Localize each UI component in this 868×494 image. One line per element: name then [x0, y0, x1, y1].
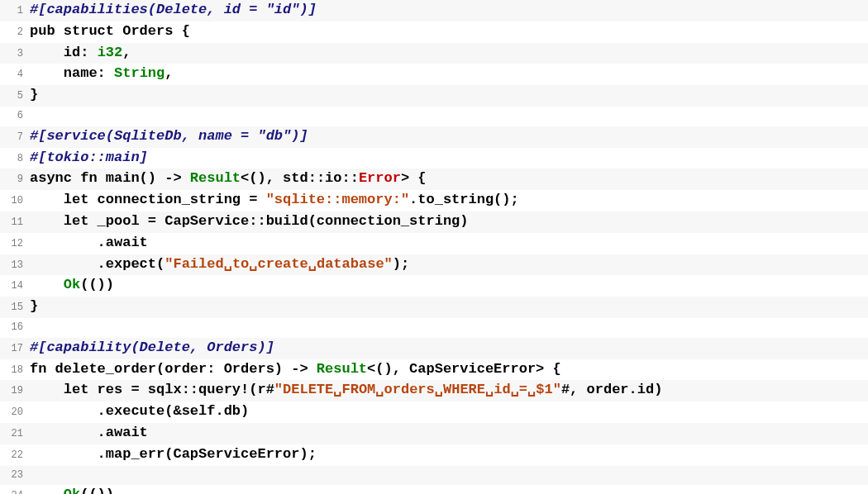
- code-line: 6: [0, 107, 868, 126]
- code-line: 7#[service(SqliteDb, name = "db")]: [0, 126, 868, 148]
- token-plain: <(), CapServiceError> {: [367, 361, 561, 377]
- token-plain: let connection_string =: [30, 192, 266, 207]
- code-line: 11 let _pool = CapService::build(connect…: [0, 211, 868, 233]
- code-content: #[tokio::main]: [30, 148, 148, 168]
- token-err: Error: [359, 170, 401, 186]
- code-content: #[capabilities(Delete, id = "id")]: [30, 0, 317, 20]
- token-plain: );: [393, 256, 409, 272]
- code-content: .execute(&self.db): [30, 401, 249, 421]
- token-plain: fn delete_order(order: Orders) ->: [30, 361, 317, 377]
- line-number: 10: [0, 192, 30, 211]
- line-number: 18: [0, 361, 30, 381]
- code-content: }: [30, 297, 38, 316]
- line-number: 6: [0, 107, 30, 126]
- line-number: 14: [0, 277, 30, 297]
- token-attr: #[tokio::main]: [30, 150, 148, 165]
- code-line: 20 .execute(&self.db): [0, 401, 868, 423]
- token-plain: id:: [30, 45, 98, 60]
- line-number: 17: [0, 340, 30, 359]
- code-line: 19 let res = sqlx::query!(r#"DELETE␣FROM…: [0, 380, 868, 401]
- token-plain: }: [30, 298, 38, 314]
- code-line: 10 let connection_string = "sqlite::memo…: [0, 190, 868, 211]
- code-line: 21 .await: [0, 423, 868, 444]
- code-content: .expect("Failed␣to␣create␣database");: [30, 254, 409, 274]
- token-plain: .map_err(CapServiceError);: [30, 446, 317, 462]
- code-line: 24 Ok(()): [0, 485, 868, 494]
- token-type: String: [114, 65, 165, 81]
- code-line: 18fn delete_order(order: Orders) -> Resu…: [0, 359, 868, 381]
- line-number: 2: [0, 23, 30, 43]
- token-plain: .await: [30, 425, 148, 440]
- line-number: 3: [0, 45, 30, 64]
- line-number: 4: [0, 65, 30, 85]
- code-content: name: String,: [30, 64, 173, 83]
- code-line: 4 name: String,: [0, 64, 868, 85]
- code-content: .await: [30, 423, 148, 443]
- code-content: id: i32,: [30, 43, 131, 63]
- token-str: "DELETE␣FROM␣orders␣WHERE␣id␣=␣$1": [274, 382, 561, 397]
- token-plain: #, order.id): [561, 382, 662, 397]
- token-plain: .expect(: [30, 256, 165, 272]
- token-plain: > {: [401, 170, 427, 186]
- code-line: 2pub struct Orders {: [0, 21, 868, 43]
- token-plain: (()): [80, 277, 114, 292]
- token-attr: #[capabilities(Delete, id = "id")]: [30, 2, 317, 17]
- token-plain: let _pool = CapService::build(connection…: [30, 213, 469, 229]
- line-number: 12: [0, 235, 30, 254]
- token-type: Result: [190, 170, 241, 186]
- code-content: async fn main() -> Result<(), std::io::E…: [30, 169, 427, 188]
- line-number: 13: [0, 256, 30, 276]
- code-line: 5}: [0, 85, 868, 107]
- code-content: pub struct Orders {: [30, 21, 190, 41]
- code-line: 12 .await: [0, 233, 868, 254]
- token-plain: async fn main() ->: [30, 170, 190, 186]
- code-line: 3 id: i32,: [0, 43, 868, 64]
- line-number: 1: [0, 2, 30, 21]
- code-content: let connection_string = "sqlite::memory:…: [30, 190, 519, 210]
- token-plain: ,: [165, 65, 173, 81]
- code-content: fn delete_order(order: Orders) -> Result…: [30, 359, 561, 379]
- token-plain: .to_string();: [409, 192, 519, 207]
- token-plain: let res = sqlx::query!(r#: [30, 382, 274, 397]
- code-content: #[service(SqliteDb, name = "db")]: [30, 126, 308, 146]
- token-str: "Failed␣to␣create␣database": [165, 256, 393, 272]
- code-line: 13 .expect("Failed␣to␣create␣database");: [0, 254, 868, 276]
- token-plain: pub struct Orders {: [30, 23, 190, 39]
- token-type: Result: [317, 361, 367, 377]
- line-number: 19: [0, 382, 30, 401]
- line-number: 16: [0, 318, 30, 338]
- token-plain: (()): [80, 487, 114, 494]
- line-number: 9: [0, 170, 30, 190]
- code-line: 14 Ok(()): [0, 275, 868, 297]
- token-type: Ok: [64, 487, 80, 494]
- line-number: 23: [0, 466, 30, 486]
- code-content: let res = sqlx::query!(r#"DELETE␣FROM␣or…: [30, 380, 662, 400]
- line-number: 15: [0, 298, 30, 318]
- code-content: Ok(()): [30, 275, 114, 295]
- token-plain: }: [30, 87, 38, 102]
- code-content: .map_err(CapServiceError);: [30, 444, 317, 464]
- code-content: let _pool = CapService::build(connection…: [30, 211, 469, 231]
- line-number: 22: [0, 446, 30, 466]
- code-line: 22 .map_err(CapServiceError);: [0, 444, 868, 466]
- code-line: 17#[capability(Delete, Orders)]: [0, 338, 868, 359]
- line-number: 8: [0, 150, 30, 169]
- code-line: 1#[capabilities(Delete, id = "id")]: [0, 0, 868, 21]
- token-plain: name:: [30, 65, 114, 81]
- line-number: 21: [0, 425, 30, 444]
- token-type: Ok: [64, 277, 80, 292]
- code-content: }: [30, 85, 38, 105]
- token-plain: .execute(&self.db): [30, 403, 249, 419]
- line-number: 20: [0, 403, 30, 423]
- token-plain: [30, 487, 64, 494]
- token-attr: #[service(SqliteDb, name = "db")]: [30, 128, 308, 144]
- code-line: 8#[tokio::main]: [0, 148, 868, 169]
- token-plain: [30, 277, 64, 292]
- line-number: 5: [0, 87, 30, 107]
- code-content: .await: [30, 233, 148, 253]
- code-line: 23: [0, 466, 868, 486]
- line-number: 24: [0, 487, 30, 494]
- code-listing: 1#[capabilities(Delete, id = "id")]2pub …: [0, 0, 868, 494]
- code-content: Ok(()): [30, 485, 114, 494]
- line-number: 7: [0, 128, 30, 148]
